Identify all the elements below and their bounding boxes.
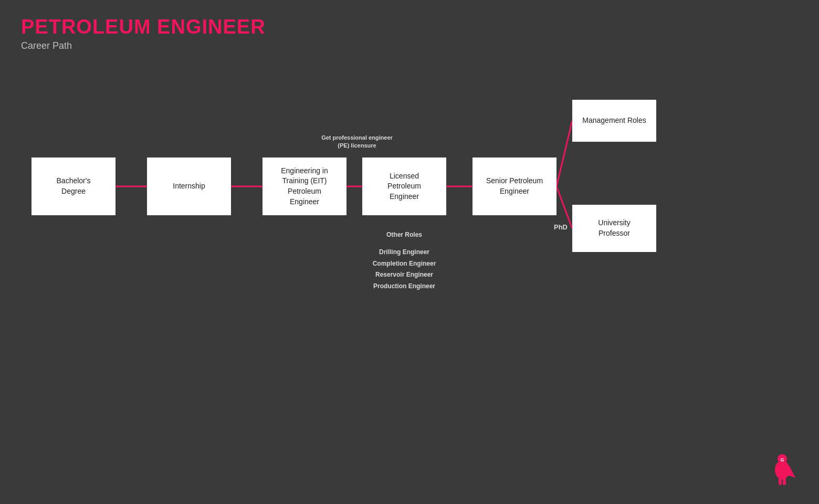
header: PETROLEUM ENGINEER Career Path (21, 16, 266, 51)
svg-rect-10 (783, 478, 786, 485)
professor-label: UniversityProfessor (598, 218, 630, 238)
diagram: Bachelor'sDegree Internship Engineering … (0, 84, 819, 452)
svg-text:G: G (780, 457, 784, 463)
eit-box: Engineering inTraining (EIT)PetroleumEng… (262, 158, 346, 215)
role-drilling: Drilling Engineer (349, 247, 459, 258)
role-completion: Completion Engineer (349, 258, 459, 270)
phd-text: PhD (554, 223, 568, 231)
senior-box: Senior PetroleumEngineer (472, 158, 556, 215)
internship-label: Internship (173, 181, 205, 192)
management-box: Management Roles (572, 100, 656, 142)
internship-box: Internship (147, 158, 231, 215)
svg-line-4 (556, 121, 572, 186)
role-production: Production Engineer (349, 281, 459, 292)
bachelors-label: Bachelor'sDegree (57, 176, 91, 196)
other-roles-label-text: Other Roles (386, 231, 422, 238)
bachelors-box: Bachelor'sDegree (32, 158, 116, 215)
management-label: Management Roles (582, 116, 646, 126)
licensed-box: LicensedPetroleumEngineer (362, 158, 446, 215)
eit-label: Engineering inTraining (EIT)PetroleumEng… (281, 166, 328, 207)
pe-label: Get professional engineer(PE) licensure (312, 134, 402, 150)
page-title: PETROLEUM ENGINEER (21, 16, 266, 38)
pe-label-text: Get professional engineer(PE) licensure (321, 134, 393, 149)
superhero-logo: G (766, 452, 798, 488)
role-reservoir: Reservoir Engineer (349, 269, 459, 281)
phd-label: PhD (554, 223, 568, 231)
svg-rect-9 (779, 478, 782, 485)
page-subtitle: Career Path (21, 40, 266, 51)
other-roles-list: Drilling Engineer Completion Engineer Re… (349, 247, 459, 292)
other-roles-heading: Other Roles (362, 231, 446, 238)
licensed-label: LicensedPetroleumEngineer (387, 171, 421, 202)
senior-label: Senior PetroleumEngineer (486, 176, 543, 196)
svg-line-5 (556, 186, 572, 228)
professor-box: UniversityProfessor (572, 205, 656, 252)
